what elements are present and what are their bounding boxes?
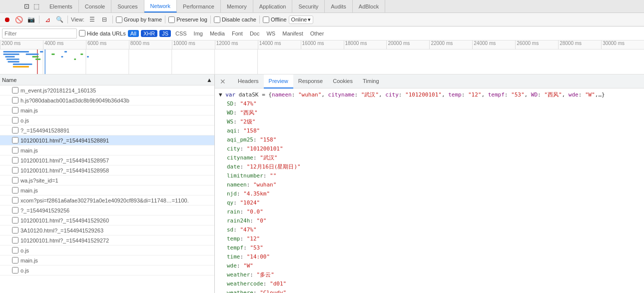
tab-timing[interactable]: Timing (358, 74, 384, 88)
screenshot-button[interactable]: 📷 (26, 14, 36, 24)
filter-xhr[interactable]: XHR (141, 30, 157, 37)
group-by-frame-checkbox[interactable] (116, 16, 122, 23)
filter-manifest[interactable]: Manifest (280, 30, 306, 37)
list-item[interactable]: 101200101.html?_=1544941529260 (0, 216, 214, 226)
filter-font[interactable]: Font (229, 30, 245, 37)
preview-field: tempf: "53" (219, 244, 640, 252)
timeline-tick: 12000 ms (215, 40, 258, 49)
tab-security[interactable]: Security (292, 0, 325, 12)
list-item-checkbox[interactable] (12, 187, 18, 194)
list-item-checkbox[interactable] (12, 237, 18, 244)
list-item-checkbox[interactable] (12, 157, 18, 164)
list-item[interactable]: 3A10120.html?_=1544941529263 (0, 226, 214, 236)
list-item[interactable]: main.js (0, 146, 214, 156)
list-item-checkbox[interactable] (12, 217, 18, 224)
list-item[interactable]: main.js (0, 186, 214, 196)
list-item[interactable]: o.js (0, 266, 214, 276)
list-item[interactable]: m_event.js?20181214_160135 (0, 86, 214, 96)
list-item-checkbox[interactable] (12, 257, 18, 264)
preserve-log-label[interactable]: Preserve log (168, 16, 207, 23)
list-item-checkbox[interactable] (12, 247, 18, 254)
list-item-checkbox[interactable] (12, 117, 18, 124)
list-item-checkbox[interactable] (12, 207, 18, 214)
tab-application[interactable]: Application (253, 0, 293, 12)
filter-css[interactable]: CSS (173, 30, 189, 37)
list-item[interactable]: 101200101.html?_=1544941528958 (0, 166, 214, 176)
offline-label[interactable]: Offline (263, 16, 287, 23)
preview-field: time: "14:00" (219, 252, 640, 262)
chevron-down-icon: ▾ (308, 16, 311, 23)
tab-performance[interactable]: Performance (177, 0, 221, 12)
list-view-button[interactable]: ☰ (87, 14, 97, 24)
scroll-up-btn[interactable]: ▲ (206, 76, 212, 84)
list-item[interactable]: h.js?080dabacb001ad3dc8b9b9049b36d43b (0, 96, 214, 106)
panel-tab-bar: ✕ Headers Preview Response Cookies Timin… (215, 74, 644, 88)
offline-checkbox[interactable] (263, 16, 269, 23)
filter-all[interactable]: All (128, 30, 139, 37)
list-item[interactable]: main.js (0, 256, 214, 266)
list-item-checkbox[interactable] (12, 147, 18, 154)
list-item[interactable]: o.js (0, 116, 214, 126)
list-item-checkbox[interactable] (12, 87, 18, 94)
list-item[interactable]: ?_=1544941528891 (0, 126, 214, 136)
tab-console[interactable]: Console (79, 0, 111, 12)
filter-input[interactable] (2, 28, 77, 38)
dock-icon[interactable]: ⊡ (24, 2, 29, 10)
list-item[interactable]: 101200101.html?_=1544941528957 (0, 156, 214, 166)
clear-button[interactable]: 🚫 (14, 14, 24, 24)
large-view-button[interactable]: ⊟ (99, 14, 109, 24)
list-item-checkbox[interactable] (12, 137, 18, 144)
preview-field: WS: "2级" (219, 118, 640, 126)
tab-cookies[interactable]: Cookies (328, 74, 358, 88)
list-item-checkbox[interactable] (12, 97, 18, 104)
filter-js[interactable]: JS (159, 30, 171, 37)
search-button[interactable]: 🔍 (54, 14, 64, 24)
list-item-checkbox[interactable] (12, 227, 18, 234)
list-item[interactable]: 101200101.html?_=1544941529272 (0, 236, 214, 246)
list-item[interactable]: o.js (0, 246, 214, 256)
close-panel-button[interactable]: ✕ (217, 78, 229, 86)
filter-img[interactable]: Img (191, 30, 205, 37)
hide-data-urls-checkbox[interactable] (79, 30, 85, 36)
list-item[interactable]: wa.js?site_id=1 (0, 176, 214, 186)
tab-network[interactable]: Network (144, 0, 177, 12)
preview-field: SD: "47%" (219, 100, 640, 108)
filter-media[interactable]: Media (207, 30, 227, 37)
network-toolbar: ⏺ 🚫 📷 ⊿ 🔍 View: ☰ ⊟ Group by frame Prese… (0, 13, 644, 26)
disable-cache-label[interactable]: Disable cache (214, 16, 256, 23)
top-tab-bar: ⊡ ⬚ Elements Console Sources Network Per… (0, 0, 644, 13)
group-by-frame-label[interactable]: Group by frame (116, 16, 162, 23)
filter-doc[interactable]: Doc (247, 30, 262, 37)
hide-data-urls-label[interactable]: Hide data URLs (79, 30, 126, 36)
svg-rect-9 (6, 58, 19, 60)
tab-preview[interactable]: Preview (264, 74, 293, 88)
tab-memory[interactable]: Memory (221, 0, 253, 12)
tab-sources[interactable]: Sources (111, 0, 144, 12)
list-item[interactable]: 101200101.html?_=1544941528891 (0, 136, 214, 146)
timeline-tick: 16000 ms (301, 40, 344, 49)
list-item-checkbox[interactable] (12, 167, 18, 174)
filter-other[interactable]: Other (308, 30, 327, 37)
list-item-checkbox[interactable] (12, 177, 18, 184)
tab-adblock[interactable]: AdBlock (353, 0, 385, 12)
filter-ws[interactable]: WS (264, 30, 278, 37)
svg-rect-7 (3, 54, 19, 55)
disable-cache-checkbox[interactable] (214, 16, 220, 23)
throttle-select[interactable]: Online ▾ (289, 16, 314, 24)
list-item[interactable]: ?_=1544941529256 (0, 206, 214, 216)
tab-elements[interactable]: Elements (43, 0, 79, 12)
list-item-checkbox[interactable] (12, 127, 18, 134)
list-item-checkbox[interactable] (12, 197, 18, 204)
list-item[interactable]: main.js (0, 106, 214, 116)
preserve-log-checkbox[interactable] (168, 16, 175, 23)
timeline-tick: 24000 ms (472, 40, 515, 49)
tab-headers[interactable]: Headers (233, 74, 264, 88)
list-item-checkbox[interactable] (12, 107, 18, 114)
list-item-checkbox[interactable] (12, 267, 18, 274)
record-button[interactable]: ⏺ (2, 14, 12, 24)
filter-button[interactable]: ⊿ (42, 14, 52, 24)
tab-audits[interactable]: Audits (325, 0, 353, 12)
list-item[interactable]: xcom?psi=f2861a6afae302791a0e1e40920cf89… (0, 196, 214, 206)
undock-icon[interactable]: ⬚ (33, 2, 39, 10)
tab-response[interactable]: Response (293, 74, 328, 88)
